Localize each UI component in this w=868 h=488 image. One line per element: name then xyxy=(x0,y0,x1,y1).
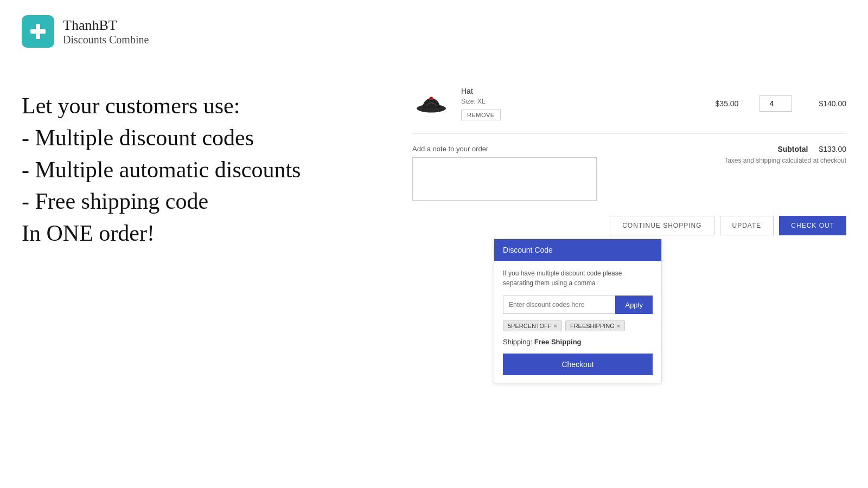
shipping-row: Shipping: Free Shipping xyxy=(503,338,653,346)
subtotal-area: Subtotal $133.00 Taxes and shipping calc… xyxy=(724,145,846,164)
cart-item-name: Hat xyxy=(461,87,694,95)
promo-line5: In ONE order! xyxy=(22,221,155,246)
discount-tag-freeshipping: FREESHIPPING × xyxy=(565,320,625,331)
continue-shopping-button[interactable]: CONTINUE SHOPPING xyxy=(610,216,714,235)
discount-tags: 5PERCENTOFF × FREESHIPPING × xyxy=(503,320,653,331)
discount-checkout-button[interactable]: Checkout xyxy=(503,354,653,375)
discount-panel-header: Discount Code xyxy=(494,239,661,261)
hat-image xyxy=(415,90,448,117)
discount-input-row: Apply xyxy=(503,296,653,314)
header: ThanhBT Discounts Combine xyxy=(0,0,868,63)
tax-note: Taxes and shipping calculated at checkou… xyxy=(724,157,846,164)
discount-info-text: If you have multiple discount code pleas… xyxy=(503,268,653,288)
subtotal-row: Subtotal $133.00 xyxy=(724,145,846,153)
cart-actions: CONTINUE SHOPPING UPDATE CHECK OUT xyxy=(412,208,846,243)
brand-name: ThanhBT xyxy=(63,17,149,34)
promo-line3: - Multiple automatic discounts xyxy=(22,157,301,182)
logo-text: ThanhBT Discounts Combine xyxy=(63,17,149,46)
discount-tag-remove-freeshipping[interactable]: × xyxy=(617,323,620,329)
apply-discount-button[interactable]: Apply xyxy=(615,296,653,314)
promo-line1: Let your customers use: xyxy=(22,93,240,118)
promo-line4: - Free shipping code xyxy=(22,189,208,214)
cart-item-details: Hat Size: XL REMOVE xyxy=(461,87,694,120)
subtotal-value: $133.00 xyxy=(819,145,846,153)
subtotal-label: Subtotal xyxy=(777,145,808,153)
order-note-input[interactable] xyxy=(412,157,597,201)
shipping-label: Shipping: xyxy=(503,338,532,346)
note-label: Add a note to your order xyxy=(412,145,597,153)
checkout-button[interactable]: CHECK OUT xyxy=(779,216,846,235)
brand-sub: Discounts Combine xyxy=(63,34,149,46)
promo-line2: - Multiple discount codes xyxy=(22,125,254,150)
discount-tag-code: 5PERCENTOFF xyxy=(508,323,551,329)
cart-section: Hat Size: XL REMOVE $35.00 $140.00 Add a… xyxy=(412,74,846,249)
promo-text-block: Let your customers use: - Multiple disco… xyxy=(22,74,391,249)
remove-button[interactable]: REMOVE xyxy=(461,110,501,120)
cart-item-image xyxy=(412,85,450,123)
svg-point-4 xyxy=(430,97,433,99)
cart-item-total: $140.00 xyxy=(803,99,846,108)
quantity-input[interactable] xyxy=(760,95,792,112)
discount-panel: Discount Code If you have multiple disco… xyxy=(494,239,662,383)
discount-tag-5percent: 5PERCENTOFF × xyxy=(503,320,562,331)
logo-icon xyxy=(22,15,54,48)
cart-item: Hat Size: XL REMOVE $35.00 $140.00 xyxy=(412,79,846,134)
discount-tag-remove-5percent[interactable]: × xyxy=(553,323,557,329)
shipping-value: Free Shipping xyxy=(534,338,582,346)
discount-code-input[interactable] xyxy=(503,296,615,314)
main-content: Let your customers use: - Multiple disco… xyxy=(0,63,868,260)
cart-item-variant: Size: XL xyxy=(461,98,694,105)
update-button[interactable]: UPDATE xyxy=(720,216,774,235)
cart-item-price: $35.00 xyxy=(705,99,749,108)
discount-tag-code-free: FREESHIPPING xyxy=(570,323,615,329)
note-section: Add a note to your order xyxy=(412,145,597,203)
svg-rect-1 xyxy=(30,29,46,34)
plus-icon xyxy=(28,22,48,41)
discount-panel-body: If you have multiple discount code pleas… xyxy=(494,261,661,383)
cart-note-row: Add a note to your order Subtotal $133.0… xyxy=(412,134,846,208)
